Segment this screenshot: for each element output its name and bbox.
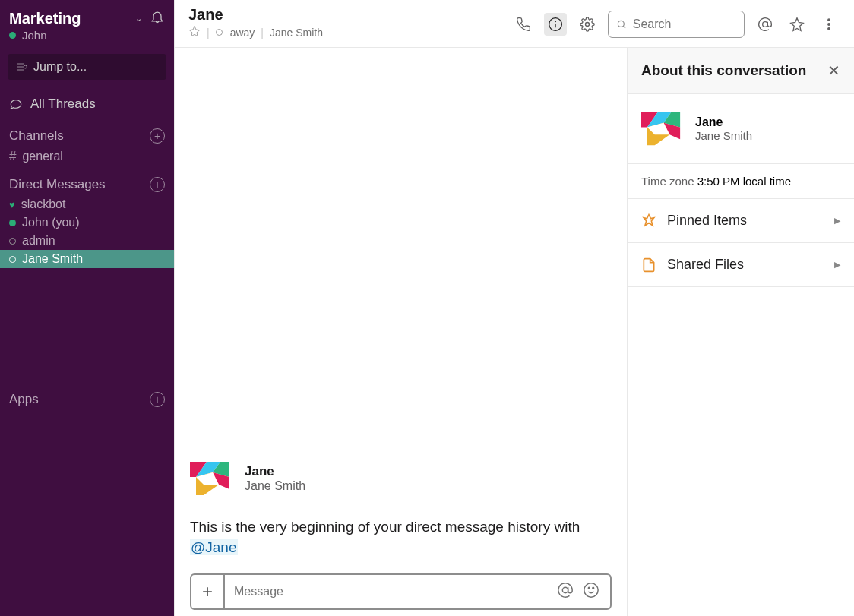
presence-away-icon xyxy=(9,238,16,245)
timezone-label: Time zone xyxy=(641,175,694,188)
all-threads-label: All Threads xyxy=(30,96,96,112)
chevron-right-icon: ▶ xyxy=(834,216,840,226)
gear-icon[interactable] xyxy=(576,13,599,36)
dms-label: Direct Messages xyxy=(9,177,150,192)
message-input[interactable] xyxy=(225,585,557,599)
chevron-down-icon: ⌄ xyxy=(135,14,142,24)
heart-icon: ♥ xyxy=(9,199,15,210)
jump-to-label: Jump to... xyxy=(33,60,87,74)
dm-item-jane-smith[interactable]: Jane Smith xyxy=(0,250,174,268)
dm-name: slackbot xyxy=(21,197,66,211)
avatar xyxy=(190,456,236,501)
workspace-name: Marketing xyxy=(9,10,135,27)
presence-away-icon xyxy=(216,29,223,36)
profile-full-name: Jane Smith xyxy=(695,129,752,142)
svg-point-0 xyxy=(24,65,27,68)
mention[interactable]: @Jane xyxy=(190,539,238,555)
workspace-user: John xyxy=(0,29,174,49)
about-profile: Jane Jane Smith xyxy=(628,94,854,164)
sidebar: Marketing ⌄ John Jump to... All Threads … xyxy=(0,0,174,616)
conversation-header: Jane | away | Jane Smith xyxy=(175,0,854,48)
main-area: Jane | away | Jane Smith xyxy=(174,0,854,616)
timezone-row: Time zone 3:50 PM local time xyxy=(628,164,854,199)
presence-away-icon xyxy=(9,256,16,263)
emoji-icon[interactable] xyxy=(583,582,599,602)
channel-name: general xyxy=(22,150,62,163)
svg-point-4 xyxy=(586,23,590,27)
timezone-value: 3:50 PM local time xyxy=(697,175,791,188)
svg-point-18 xyxy=(562,587,568,592)
svg-point-5 xyxy=(618,21,624,27)
dm-item-john[interactable]: John (you) xyxy=(0,213,174,232)
phone-icon[interactable] xyxy=(512,13,535,36)
search-box[interactable] xyxy=(608,11,745,38)
profile-name: Jane xyxy=(695,115,752,129)
channels-label: Channels xyxy=(9,128,150,144)
bell-icon[interactable] xyxy=(150,9,165,27)
pinned-items-section[interactable]: Pinned Items ▶ xyxy=(628,199,854,243)
dm-name: admin xyxy=(22,234,55,248)
jump-to-button[interactable]: Jump to... xyxy=(8,54,166,80)
channels-header: Channels + xyxy=(0,118,174,147)
dm-name: Jane Smith xyxy=(22,252,83,266)
more-icon[interactable] xyxy=(818,13,840,36)
svg-point-20 xyxy=(588,587,590,589)
all-threads-button[interactable]: All Threads xyxy=(0,90,174,118)
workspace-header[interactable]: Marketing ⌄ xyxy=(0,5,174,29)
svg-point-21 xyxy=(593,587,594,589)
message-composer: + xyxy=(190,573,612,610)
status-text: away xyxy=(230,27,255,39)
presence-online-icon xyxy=(9,220,16,226)
dms-header: Direct Messages + xyxy=(0,166,174,195)
star-icon[interactable] xyxy=(188,25,201,39)
info-icon[interactable] xyxy=(544,13,567,36)
beginning-full-name: Jane Smith xyxy=(245,479,305,493)
svg-point-3 xyxy=(555,21,556,22)
avatar xyxy=(641,106,686,151)
about-panel: About this conversation ✕ Jane Jane Smit… xyxy=(627,48,854,616)
apps-label: Apps xyxy=(9,392,150,407)
conversation-beginning: Jane Jane Smith This is the very beginni… xyxy=(190,456,612,558)
svg-point-7 xyxy=(763,22,768,27)
star-button-icon[interactable] xyxy=(786,13,808,36)
presence-online-icon xyxy=(9,32,16,39)
conversation-title[interactable]: Jane xyxy=(188,6,512,24)
svg-point-10 xyxy=(828,28,830,30)
beginning-name: Jane xyxy=(245,464,305,479)
about-panel-title: About this conversation xyxy=(641,62,827,79)
shared-files-label: Shared Files xyxy=(667,257,834,273)
channel-item-general[interactable]: # general xyxy=(0,147,174,166)
svg-point-8 xyxy=(828,19,830,21)
divider: | xyxy=(207,27,210,39)
add-app-button[interactable]: + xyxy=(150,392,165,407)
mention-icon[interactable] xyxy=(557,582,574,602)
attach-button[interactable]: + xyxy=(191,575,225,608)
svg-point-19 xyxy=(584,583,598,597)
message-area: Jane Jane Smith This is the very beginni… xyxy=(175,48,627,616)
hash-icon: # xyxy=(9,149,16,164)
add-channel-button[interactable]: + xyxy=(150,128,165,144)
at-icon[interactable] xyxy=(754,13,777,36)
shared-files-section[interactable]: Shared Files ▶ xyxy=(628,243,854,287)
divider: | xyxy=(261,27,264,39)
beginning-text: This is the very beginning of your direc… xyxy=(190,519,580,535)
search-input[interactable] xyxy=(633,17,736,31)
pinned-items-label: Pinned Items xyxy=(667,213,834,229)
current-user-name: John xyxy=(22,29,47,42)
svg-line-6 xyxy=(623,26,625,28)
chevron-right-icon: ▶ xyxy=(834,260,840,270)
close-icon[interactable]: ✕ xyxy=(827,62,840,80)
add-dm-button[interactable]: + xyxy=(150,177,165,192)
full-name: Jane Smith xyxy=(270,27,323,39)
svg-point-9 xyxy=(828,24,830,26)
apps-header: Apps + xyxy=(0,381,174,410)
dm-name: John (you) xyxy=(22,216,80,229)
dm-item-admin[interactable]: admin xyxy=(0,232,174,250)
dm-item-slackbot[interactable]: ♥ slackbot xyxy=(0,195,174,213)
